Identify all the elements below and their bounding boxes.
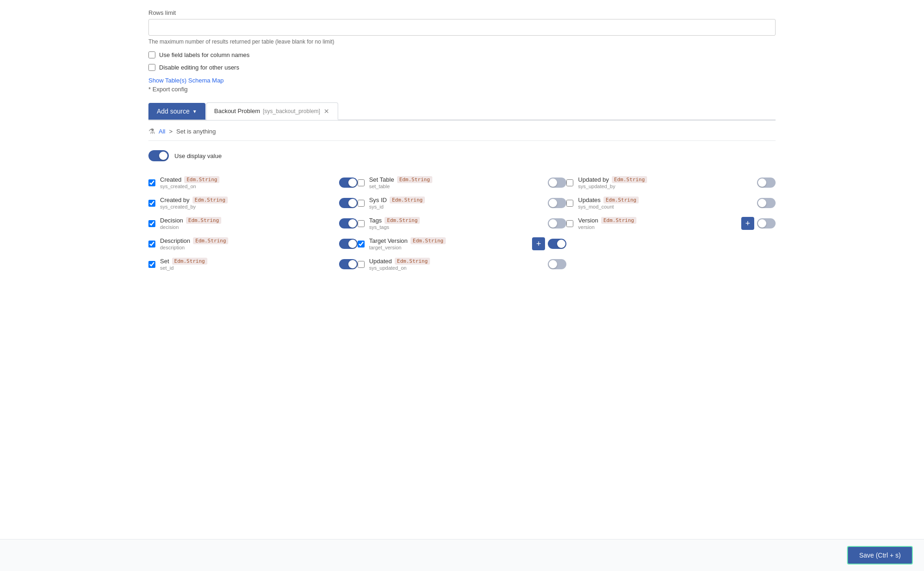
field-toggle-created [339, 178, 358, 188]
field-toggle-set-switch[interactable] [339, 259, 358, 269]
field-checkbox-set[interactable] [148, 261, 155, 268]
field-toggle-target-version: + [532, 237, 566, 250]
target-version-plus-button[interactable]: + [532, 237, 545, 250]
field-checkbox-description[interactable] [148, 241, 155, 247]
field-sys-target-version: target_version [369, 245, 528, 250]
field-row-set: Set Edm.String set_id [148, 254, 358, 274]
field-toggle-created-by [339, 198, 358, 208]
use-field-labels-row: Use field labels for column names [148, 51, 776, 58]
field-toggle-version-switch[interactable] [757, 218, 776, 228]
field-sys-version: version [578, 224, 737, 230]
tab-close-button[interactable]: ✕ [323, 108, 330, 114]
field-toggle-created-by-switch[interactable] [339, 198, 358, 208]
field-toggle-updates [757, 198, 776, 208]
rows-limit-hint: The maximum number of results returned p… [148, 38, 776, 45]
field-toggle-target-version-switch[interactable] [548, 239, 566, 249]
field-sys-set: set_id [160, 265, 334, 271]
add-source-label: Add source [157, 108, 190, 115]
field-info-description: Description Edm.String description [160, 237, 334, 250]
field-sys-updated-by: sys_updated_by [578, 184, 752, 189]
field-info-updates: Updates Edm.String sys_mod_count [578, 197, 752, 209]
export-config-link: * Export config [148, 86, 776, 93]
chevron-down-icon: ▼ [192, 109, 197, 114]
field-checkbox-version[interactable] [566, 220, 573, 227]
field-sys-set-table: set_table [369, 184, 544, 189]
field-toggle-created-switch[interactable] [339, 178, 358, 188]
field-toggle-description [339, 239, 358, 249]
field-sys-updated: sys_updated_on [369, 265, 544, 271]
field-checkbox-sys-id[interactable] [358, 200, 365, 207]
field-toggle-decision-switch[interactable] [339, 218, 358, 228]
field-row-decision: Decision Edm.String decision [148, 213, 358, 234]
add-source-button[interactable]: Add source ▼ [148, 103, 205, 120]
filter-bar: ⚗ All > Set is anything [148, 121, 776, 141]
field-toggle-updated-switch[interactable] [548, 259, 566, 269]
field-info-version: Version Edm.String version [578, 217, 737, 230]
field-row-updated-by: Updated by Edm.String sys_updated_by [566, 172, 776, 193]
rows-limit-input[interactable] [148, 19, 776, 36]
use-display-value-track [148, 150, 169, 161]
field-toggle-sys-id-switch[interactable] [548, 198, 566, 208]
field-checkbox-updated[interactable] [358, 261, 365, 268]
field-name-description: Description Edm.String [160, 237, 334, 244]
field-name-tags: Tags Edm.String [369, 217, 544, 224]
field-name-decision: Decision Edm.String [160, 217, 334, 224]
rows-limit-label: Rows limit [148, 9, 776, 16]
field-row-set-table: Set Table Edm.String set_table [358, 172, 567, 193]
field-row-target-version: Target Version Edm.String target_version… [358, 234, 567, 254]
schema-map-link[interactable]: Show Table(s) Schema Map [148, 77, 224, 84]
filter-separator: > [169, 128, 173, 135]
field-checkbox-created[interactable] [148, 179, 155, 186]
use-display-value-row: Use display value [148, 150, 776, 161]
field-checkbox-updated-by[interactable] [566, 179, 573, 186]
field-toggle-description-switch[interactable] [339, 239, 358, 249]
field-toggle-tags-switch[interactable] [548, 218, 566, 228]
field-checkbox-decision[interactable] [148, 220, 155, 227]
field-row-version: Version Edm.String version + [566, 213, 776, 234]
field-type-decision: Edm.String [186, 217, 221, 224]
field-sys-tags: sys_tags [369, 224, 544, 230]
field-name-updates: Updates Edm.String [578, 197, 752, 203]
filter-condition: Set is anything [176, 128, 216, 135]
field-toggle-set-table-switch[interactable] [548, 178, 566, 188]
field-name-created-by: Created by Edm.String [160, 197, 334, 203]
field-checkbox-target-version[interactable] [358, 241, 365, 247]
field-type-description: Edm.String [193, 237, 228, 244]
active-tab[interactable]: Backout Problem [sys_backout_problem] ✕ [206, 102, 338, 120]
field-toggle-updates-switch[interactable] [757, 198, 776, 208]
field-toggle-updated-by-switch[interactable] [757, 178, 776, 188]
rows-limit-section: Rows limit The maximum number of results… [148, 9, 776, 45]
use-display-value-thumb [159, 152, 167, 160]
field-type-updates: Edm.String [603, 197, 639, 203]
field-name-set-table: Set Table Edm.String [369, 176, 544, 183]
field-info-created-by: Created by Edm.String sys_created_by [160, 197, 334, 209]
filter-all-link[interactable]: All [159, 128, 165, 135]
disable-editing-checkbox[interactable] [148, 64, 155, 71]
field-column-1: Created Edm.String sys_created_on Create… [148, 172, 358, 274]
tabs-bar: Add source ▼ Backout Problem [sys_backou… [148, 102, 776, 121]
field-toggle-set-table [548, 178, 566, 188]
use-display-value-toggle[interactable] [148, 150, 169, 161]
field-info-target-version: Target Version Edm.String target_version [369, 237, 528, 250]
use-field-labels-label: Use field labels for column names [159, 51, 250, 58]
field-toggle-updated-by [757, 178, 776, 188]
page-wrapper: Rows limit The maximum number of results… [137, 0, 787, 417]
field-checkbox-updates[interactable] [566, 200, 573, 207]
version-plus-button[interactable]: + [741, 217, 754, 230]
field-name-version: Version Edm.String [578, 217, 737, 224]
field-sys-sys-id: sys_id [369, 204, 544, 209]
field-type-created: Edm.String [184, 176, 219, 183]
field-sys-created: sys_created_on [160, 184, 334, 189]
field-checkbox-created-by[interactable] [148, 200, 155, 207]
field-column-3: Updated by Edm.String sys_updated_by Upd… [566, 172, 776, 274]
field-toggle-set [339, 259, 358, 269]
field-sys-updates: sys_mod_count [578, 204, 752, 209]
use-field-labels-checkbox[interactable] [148, 51, 155, 58]
field-checkbox-set-table[interactable] [358, 179, 365, 186]
field-info-set: Set Edm.String set_id [160, 258, 334, 271]
field-name-updated-by: Updated by Edm.String [578, 176, 752, 183]
field-type-set-table: Edm.String [397, 176, 432, 183]
field-name-set: Set Edm.String [160, 258, 334, 265]
field-checkbox-tags[interactable] [358, 220, 365, 227]
field-type-set: Edm.String [172, 258, 207, 265]
